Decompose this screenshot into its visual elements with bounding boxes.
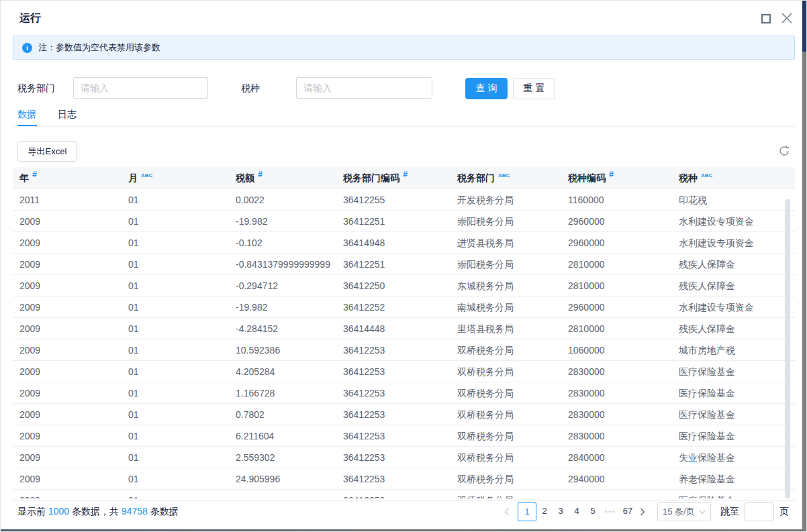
- table-cell-dept: 崇阳税务分局: [450, 211, 561, 231]
- summary-total: 94758: [122, 506, 148, 517]
- table-cell-month: 01: [122, 275, 229, 296]
- number-type-icon: #: [32, 170, 37, 179]
- page-size-select[interactable]: 15 条/页: [657, 502, 711, 521]
- page-button-5[interactable]: 5: [585, 502, 601, 521]
- table-cell-dept-code: 36412253: [336, 490, 450, 498]
- prev-page-icon[interactable]: [502, 502, 512, 521]
- table-cell-month: 01: [122, 361, 229, 382]
- page-button-4[interactable]: 4: [569, 502, 585, 521]
- query-button[interactable]: 查 询: [465, 78, 508, 99]
- table-cell-tax-code: 1160000: [561, 189, 672, 210]
- column-label: 税种: [679, 172, 698, 183]
- page-button-3[interactable]: 3: [553, 502, 569, 521]
- jump-page-input[interactable]: [745, 502, 774, 521]
- table-cell-dept: 开发税务分局: [450, 189, 561, 210]
- table-cell-dept-code: 36412253: [336, 382, 450, 403]
- table-cell-tax-code: 2830000: [561, 382, 672, 403]
- table-cell-tax-type: 水利建设专项资金: [672, 232, 795, 253]
- tax-type-input[interactable]: [296, 77, 432, 99]
- table-row: 2009010.780236412253双桥税务分局2830000医疗保险基金: [13, 404, 795, 425]
- table-cell-tax-code: 2960000: [561, 297, 672, 317]
- pagination: 12345•••67 15 条/页 跳至 页: [502, 502, 789, 521]
- column-label: 税额: [236, 172, 254, 183]
- table-cell-dept: 南城税务分局: [450, 297, 561, 317]
- column-header-tax-amount: 税额#: [229, 167, 336, 189]
- page-button-2[interactable]: 2: [536, 502, 553, 521]
- tax-dept-input[interactable]: [73, 77, 208, 99]
- export-excel-button[interactable]: 导出Excel: [17, 141, 77, 162]
- table-cell-dept: 双桥税务分局: [450, 361, 561, 382]
- close-icon[interactable]: [780, 11, 794, 25]
- tabs-divider: [13, 126, 795, 127]
- table-cell-dept-code: 36412253: [336, 404, 450, 425]
- table-cell-year: 2009: [13, 382, 122, 403]
- table-cell-tax-type: 残疾人保障金: [672, 318, 795, 339]
- reset-button[interactable]: 重 置: [513, 78, 555, 99]
- table-cell-tax-amount: -19.982: [229, 211, 336, 231]
- table-cell-year: 2009: [13, 447, 122, 468]
- table-cell-year: 2009: [13, 425, 122, 446]
- table-cell-tax-amount: -19.982: [229, 297, 336, 317]
- table-cell-tax-amount: 4.205284: [229, 361, 336, 382]
- table-cell-month: 01: [122, 189, 229, 210]
- maximize-icon[interactable]: [761, 14, 771, 23]
- table-cell-tax-type: 医疗保险基金: [672, 382, 795, 403]
- text-type-icon: ABC: [701, 172, 712, 178]
- table-cell-dept: 崇阳税务分局: [450, 254, 561, 274]
- tab-log[interactable]: 日志: [58, 109, 77, 121]
- table-cell-month: 01: [122, 447, 229, 468]
- table-cell-year: 2009: [13, 318, 122, 339]
- page-unit-label: 页: [779, 506, 789, 518]
- next-page-icon[interactable]: [637, 502, 648, 521]
- dialog-title: 运行: [19, 11, 41, 25]
- table-cell-month: 01: [122, 211, 229, 231]
- pagination-ellipsis: •••: [601, 502, 620, 521]
- result-summary: 显示前 1000 条数据，共 94758 条数据: [17, 506, 179, 518]
- table-cell-dept-code: 36414448: [336, 318, 450, 339]
- table-cell-dept: 双桥税务分局: [450, 425, 561, 446]
- table-cell-tax-code: 2810000: [561, 318, 672, 339]
- jump-to-label: 跳至: [720, 506, 739, 518]
- table-cell-dept: 双桥税务分局: [450, 404, 561, 425]
- background-window-bottom-edge: [1, 529, 802, 532]
- table-cell-year: 2011: [13, 189, 122, 210]
- tax-dept-label: 税务部门: [17, 83, 55, 95]
- column-header-tax-code: 税种编码#: [561, 167, 672, 189]
- table-cell-tax-code: 2810000: [561, 275, 672, 296]
- table-cell-tax-type: 城市房地产税: [672, 339, 795, 360]
- table-cell-tax-code: 2960000: [561, 232, 672, 253]
- table-cell-tax-code: 2940000: [561, 468, 672, 489]
- number-type-icon: #: [258, 170, 263, 179]
- table-cell-tax-amount: -4.284152: [229, 318, 336, 339]
- table-cell-month: 01: [122, 404, 229, 425]
- tab-data[interactable]: 数据: [17, 109, 36, 121]
- table-cell-tax-amount: -0.8431379999999999: [229, 254, 336, 274]
- table-row: 20090110.59238636412253双桥税务分局1060000城市房地…: [13, 339, 795, 361]
- table-cell-month: 01: [122, 254, 229, 274]
- summary-middle: 条数据，共: [69, 506, 122, 517]
- table-scrollbar[interactable]: [785, 199, 790, 498]
- table-cell-year: 2009: [13, 361, 122, 382]
- table-cell-month: 01: [122, 425, 229, 446]
- table-cell-month: 01: [122, 339, 229, 360]
- table-cell-dept: 东城税务分局: [450, 275, 561, 296]
- table-cell-dept: 双桥税务分局: [450, 490, 561, 498]
- table-cell-dept: 进贤县税务局: [450, 232, 561, 253]
- column-header-tax-type: 税种ABC: [672, 167, 795, 189]
- refresh-icon[interactable]: [778, 145, 790, 157]
- table-cell-year: 2009: [13, 275, 122, 296]
- page-button-1[interactable]: 1: [518, 502, 536, 521]
- summary-count: 1000: [48, 506, 69, 517]
- table-row: 2009012.55930236412253双桥税务分局2840000失业保险基…: [13, 447, 795, 468]
- table-cell-tax-amount: 2.559302: [229, 447, 336, 468]
- page-button-67[interactable]: 67: [620, 502, 636, 521]
- run-dialog-screen: 运行 i 注：参数值为空代表禁用该参数 税务部门 税种 查 询 重 置 数据 日…: [0, 0, 807, 532]
- table-cell-dept-code: 36412253: [336, 339, 450, 360]
- table-cell-tax-type: 医疗保险基金: [672, 361, 795, 382]
- notice-text: 注：参数值为空代表禁用该参数: [38, 42, 160, 54]
- column-header-dept: 税务部门ABC: [450, 167, 561, 189]
- table-cell-tax-amount: -0.102: [229, 232, 336, 253]
- table-row: 2009011.16672836412253双桥税务分局2830000医疗保险基…: [13, 382, 795, 404]
- table-cell-month: 01: [122, 490, 229, 498]
- column-label: 税务部门: [457, 172, 495, 183]
